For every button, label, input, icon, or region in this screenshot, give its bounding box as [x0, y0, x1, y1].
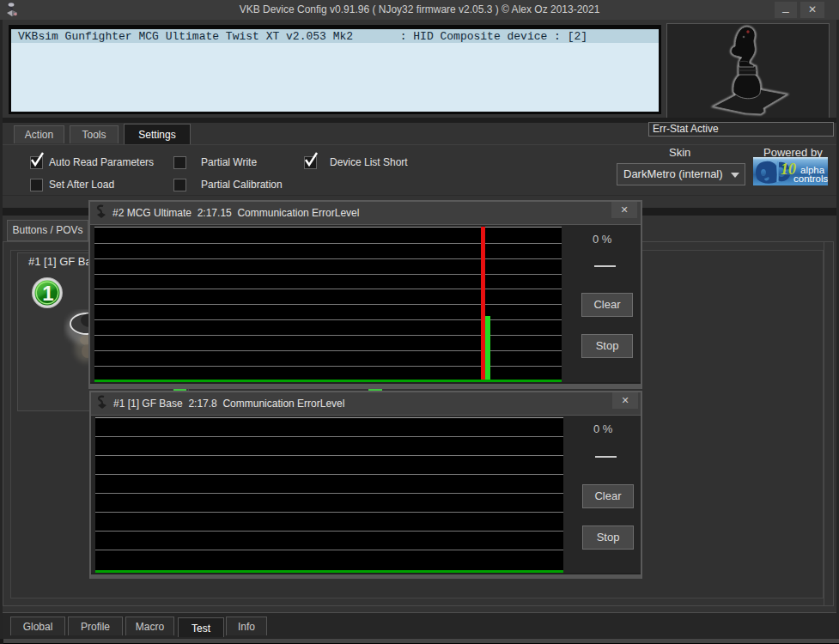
- svg-text:1: 1: [42, 282, 53, 305]
- svg-text:controls: controls: [793, 173, 828, 184]
